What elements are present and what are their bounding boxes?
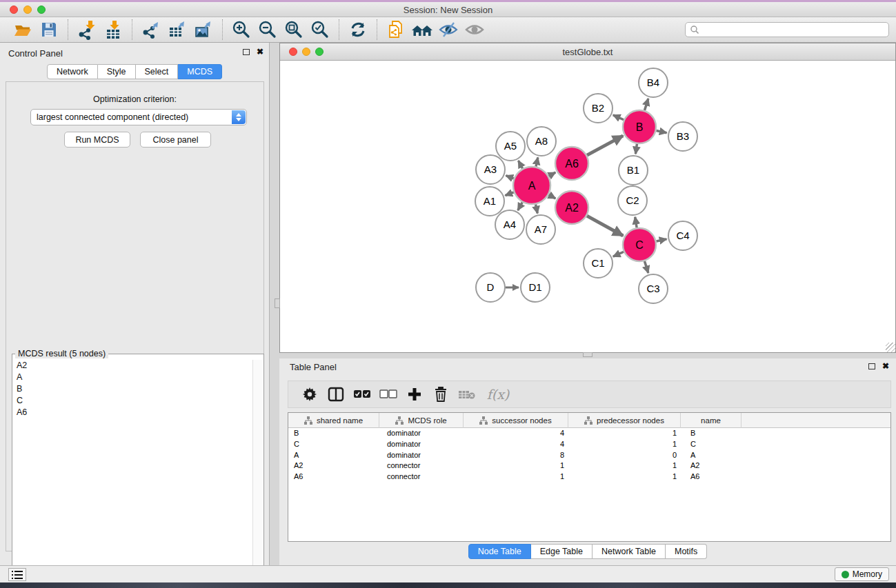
graph-edge-C-C1[interactable]	[613, 252, 624, 256]
table-row[interactable]: Adominator80A	[288, 450, 890, 461]
import-network-button[interactable]	[74, 19, 100, 41]
graph-edge-B-B4[interactable]	[644, 99, 648, 110]
select-all-button[interactable]	[349, 383, 375, 406]
float-panel-icon[interactable]	[243, 49, 250, 55]
table-cell[interactable]: dominator	[379, 428, 464, 439]
export-network-button[interactable]	[138, 19, 164, 41]
column-header-name[interactable]: name	[681, 413, 741, 428]
table-cell[interactable]: A6	[681, 472, 741, 483]
zoom-out-button[interactable]	[255, 19, 281, 41]
table-cell[interactable]: 1	[464, 472, 568, 483]
column-header-shared-name[interactable]: shared name	[288, 413, 379, 428]
table-cell[interactable]: C	[681, 439, 741, 450]
resize-grip-icon[interactable]	[886, 343, 895, 352]
tab-network[interactable]: Network	[47, 64, 98, 79]
export-image-button[interactable]	[190, 19, 217, 41]
import-table-button[interactable]	[100, 19, 126, 41]
table-cell[interactable]: 4	[464, 439, 568, 450]
duplicate-network-button[interactable]	[383, 19, 409, 41]
left-splitter-handle[interactable]	[275, 298, 280, 308]
table-cell[interactable]: 1	[464, 460, 568, 472]
close-panel-button[interactable]: Close panel	[140, 132, 211, 148]
graph-edge-C-C3[interactable]	[644, 261, 648, 273]
graph-edge-B-B2[interactable]	[613, 115, 624, 120]
graph-edge-B-B3[interactable]	[656, 130, 666, 132]
open-file-button[interactable]	[10, 19, 36, 41]
bottom-splitter-handle[interactable]	[583, 352, 593, 357]
table-cell[interactable]: 1	[568, 439, 681, 450]
tab-motifs[interactable]: Motifs	[666, 544, 707, 559]
network-canvas[interactable]: B4B2BB3A8A5A6A3B1AA1C2A2A4A7C4CC1DD1C3	[280, 61, 895, 352]
table-row[interactable]: Bdominator41B	[288, 428, 890, 439]
export-table-button[interactable]	[164, 19, 190, 41]
save-session-button[interactable]	[36, 19, 62, 41]
result-list-item[interactable]: A2	[13, 360, 252, 372]
table-row[interactable]: A2connector11A2	[288, 460, 890, 472]
graph-edge-C-C2[interactable]	[635, 217, 637, 228]
graph-edge-A-A4[interactable]	[518, 202, 523, 210]
table-cell[interactable]: B	[681, 428, 741, 439]
result-list-scrollbar[interactable]	[252, 360, 263, 586]
table-cell[interactable]: A	[288, 450, 379, 461]
tab-node-table[interactable]: Node Table	[468, 544, 531, 559]
show-all-button[interactable]	[461, 19, 488, 41]
table-cell[interactable]: A	[681, 450, 741, 461]
result-list-item[interactable]: A	[13, 372, 252, 383]
column-header-predecessor-nodes[interactable]: predecessor nodes	[568, 413, 681, 428]
graph-edge-A6-B[interactable]	[587, 136, 623, 155]
graph-edge-A-A1[interactable]	[505, 192, 513, 196]
table-row[interactable]: A6connector11A6	[288, 472, 890, 483]
graph-edge-B-B1[interactable]	[635, 144, 637, 154]
graph-edge-A-A8[interactable]	[536, 157, 538, 166]
graph-edge-A-A7[interactable]	[536, 204, 538, 213]
table-cell[interactable]: 1	[568, 428, 681, 439]
table-options-button[interactable]	[297, 383, 323, 406]
zoom-selected-button[interactable]	[307, 19, 333, 41]
graph-edge-C-C4[interactable]	[656, 239, 666, 241]
table-cell[interactable]: 8	[464, 450, 568, 461]
tab-edge-table[interactable]: Edge Table	[531, 544, 593, 559]
close-table-panel-icon[interactable]: ✖	[882, 363, 889, 369]
table-cell[interactable]: A2	[288, 460, 379, 472]
tab-select[interactable]: Select	[136, 64, 179, 79]
fit-content-button[interactable]	[281, 19, 307, 41]
graph-edge-A2-C[interactable]	[587, 216, 623, 236]
table-cell[interactable]: 0	[568, 450, 681, 461]
table-cell[interactable]: dominator	[379, 450, 464, 461]
table-cell[interactable]: A6	[288, 472, 379, 483]
graph-edge-A-A5[interactable]	[518, 161, 522, 168]
function-builder-button[interactable]: f(x)	[480, 383, 516, 406]
delete-column-button[interactable]	[428, 383, 454, 406]
table-cell[interactable]: C	[288, 439, 379, 450]
search-field[interactable]	[685, 22, 889, 37]
table-cell[interactable]: connector	[379, 472, 464, 483]
add-column-button[interactable]	[401, 383, 428, 406]
delete-table-button[interactable]	[454, 383, 480, 406]
memory-button[interactable]: Memory	[835, 567, 889, 581]
tab-style[interactable]: Style	[98, 64, 136, 79]
table-cell[interactable]: 1	[568, 460, 681, 472]
column-header-mcds-role[interactable]: MCDS role	[379, 413, 464, 428]
criterion-dropdown[interactable]: largest connected component (directed)	[30, 109, 247, 125]
unselect-all-button[interactable]	[375, 383, 401, 406]
task-history-button[interactable]	[8, 568, 26, 581]
first-neighbors-button[interactable]	[409, 19, 435, 41]
table-cell[interactable]: B	[288, 428, 379, 439]
table-cell[interactable]: 1	[568, 472, 681, 483]
zoom-in-button[interactable]	[228, 19, 255, 41]
float-table-panel-icon[interactable]	[868, 363, 875, 369]
table-row[interactable]: Cdominator41C	[288, 439, 890, 450]
result-list-item[interactable]: A6	[13, 407, 252, 418]
search-input[interactable]	[699, 23, 888, 36]
apply-layout-button[interactable]	[345, 19, 371, 41]
graph-edge-A-A6[interactable]	[549, 172, 556, 176]
tab-mcds[interactable]: MCDS	[178, 64, 222, 79]
graph-edge-A-A3[interactable]	[506, 176, 513, 179]
run-mcds-button[interactable]: Run MCDS	[64, 132, 130, 148]
result-list-item[interactable]: B	[13, 383, 252, 395]
graph-edge-A-A2[interactable]	[549, 195, 556, 199]
hide-selected-button[interactable]	[435, 19, 461, 41]
table-cell[interactable]: 4	[464, 428, 568, 439]
table-cell[interactable]: A2	[681, 460, 741, 472]
close-panel-icon[interactable]: ✖	[257, 48, 263, 55]
